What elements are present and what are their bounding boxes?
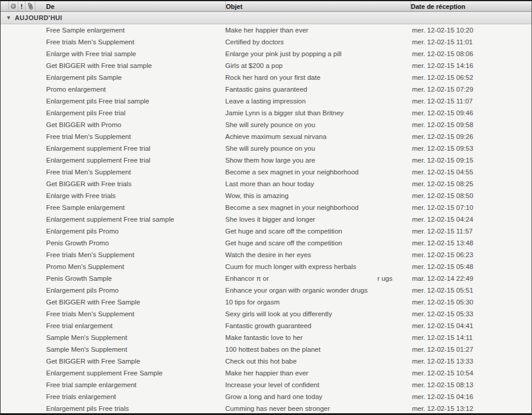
date-cell: mer. 12-02-15 08:13 [410,381,531,388]
column-header-objet[interactable]: Objet [225,1,410,11]
date-cell: mer. 12-02-15 07:10 [410,204,531,211]
message-row[interactable]: Enlargement pils Free trial sampleLeave … [1,95,531,107]
subject-cell: Jamie Lynn is a bigger slut than Britney [225,109,410,116]
disclosure-triangle-icon[interactable]: ▼ [6,15,11,21]
subject-cell: Get huge and scare off the competition [225,228,410,235]
message-row[interactable]: Free trial enlargementFantastic growth g… [1,320,531,332]
column-header-de[interactable]: De [35,1,225,11]
message-row[interactable]: Free trials Men's SupplementSexy girls w… [1,308,531,320]
message-row[interactable]: Get BIGGER with Free trial sampleGirls a… [1,60,531,72]
date-cell: mer. 12-02-15 05:30 [410,299,531,306]
sender-cell: Free trial sample enlargement [1,381,225,388]
sender-cell: Enlargement supplement Free trial [1,157,225,164]
message-row[interactable]: Enlarge with Free trial sampleEnlarge yo… [1,48,531,60]
message-row[interactable]: Promo enlargementFantastic gains guarant… [1,83,531,95]
message-row[interactable]: Enlargement pils PromoGet huge and scare… [1,225,531,237]
subject-cell: Leave a lasting impression [225,98,410,105]
message-row[interactable]: Free trial Men's SupplementAchieve maxim… [1,131,531,142]
column-header-priority[interactable]: ! [18,1,25,11]
column-header-attachment[interactable] [25,1,35,11]
subject-text: Enhancor π or [225,275,269,282]
paperclip-icon [27,2,34,11]
message-row[interactable]: Enlargement supplement Free trialShe wil… [1,142,531,154]
message-row[interactable]: Penis Growth PromoGet huge and scare off… [1,237,531,249]
message-row[interactable]: Get BIGGER with Free Sample10 tips for o… [1,296,531,308]
sender-cell: Enlargement pils Free trials [1,405,225,412]
sender-cell: Penis Growth Promo [1,239,225,247]
message-row[interactable]: Get BIGGER with PromoShe will surely pou… [1,119,531,131]
message-row[interactable]: Free trial Men's SupplementBecome a sex … [1,166,531,178]
date-cell: mer. 12-02-15 11:57 [410,228,531,235]
message-row[interactable]: Free trials enlargementGrow a long and h… [1,391,531,403]
message-status-icon [11,4,16,9]
subject-text: Girls at $200 a pop [225,62,283,69]
message-row[interactable]: Promo Men's SupplementCuum for much long… [1,261,531,273]
message-row[interactable]: Sample Men's SupplementMake fantastic lo… [1,332,531,343]
subject-cell: Achieve maximum sexual nirvana [225,133,410,140]
message-row[interactable]: Enlargement pils Free trialsCumming has … [1,403,531,414]
subject-cell: She loves it bigger and longer [225,216,410,223]
mail-message-list-window: ! De Objet Date de réception ▼ AUJOURD'H… [0,0,532,415]
message-row[interactable]: Free Sample enlargementBecome a sex magn… [1,202,531,213]
subject-text: Fantastic gains guaranteed [225,86,307,93]
message-row[interactable]: Enlarge with Free trialsWow, this is ama… [1,190,531,202]
message-row[interactable]: Enlargement supplement Free trialShow th… [1,154,531,166]
sender-cell: Get BIGGER with Free trials [1,180,225,187]
date-cell: mer. 12-02-15 14:11 [410,334,531,341]
subject-cell: Make her happier than ever [225,27,410,34]
message-row[interactable]: Get BIGGER with Free trialsLast more tha… [1,178,531,190]
sender-cell: Free Sample enlargement [1,204,225,211]
group-header-today[interactable]: ▼ AUJOURD'HUI [1,12,531,24]
date-cell: mer. 12-02-15 04:24 [410,216,531,223]
subject-text: Achieve maximum sexual nirvana [225,133,326,140]
date-cell: mer. 12-02-15 04:16 [410,393,531,400]
column-header-date[interactable]: Date de réception [410,1,531,11]
subject-text: Get huge and scare off the competition [225,239,342,247]
date-cell: mer. 12-02-15 08:06 [410,50,531,57]
message-row[interactable]: Enlargement pils SampleRock her hard on … [1,72,531,83]
message-row[interactable]: Free Sample enlargementMake her happier … [1,24,531,36]
subject-cell: Grow a long and hard one today [225,393,410,400]
sender-cell: Get BIGGER with Free Sample [1,358,225,365]
column-header-status[interactable] [8,1,18,11]
sender-cell: Enlarge with Free trial sample [1,50,225,57]
subject-cell: Become a sex magnet in your neighborhood [225,204,410,211]
subject-text: Make her happier than ever [225,27,309,34]
sender-cell: Penis Growth Sample [1,275,225,282]
message-row[interactable]: Enlargement supplement Free SampleMake h… [1,367,531,379]
message-row[interactable]: Get BIGGER with Free SampleCheck out thi… [1,355,531,367]
subject-cell: Sexy girls will look at you differently [225,310,410,317]
date-cell: mar. 12-02-14 22:49 [410,275,531,282]
message-row[interactable]: Sample Men's Supplement100 hottest babes… [1,343,531,355]
subject-text-fragment: r ugs [377,275,392,282]
subject-cell: Enhancor π orr ugs [225,275,410,282]
sender-cell: Enlargement pils Promo [1,287,225,294]
message-row[interactable]: Free trials Men's SupplementCertified by… [1,36,531,48]
subject-cell: Girls at $200 a pop [225,62,410,69]
subject-text: 100 hottest babes on the planet [225,346,320,353]
date-cell: mer. 12-02-15 11:07 [410,98,531,105]
message-row[interactable]: Penis Growth SampleEnhancor π orr ugsmar… [1,273,531,284]
sender-cell: Free Sample enlargement [1,27,225,34]
subject-cell: Certified by doctors [225,38,410,46]
message-row[interactable]: Enlargement pils Free trialJamie Lynn is… [1,107,531,119]
subject-cell: Wow, this is amazing [225,192,410,199]
message-row[interactable]: Enlargement pils PromoEnhance your organ… [1,284,531,296]
date-cell: mer. 12-02-15 14:16 [410,62,531,69]
sender-cell: Promo Men's Supplement [1,263,225,270]
subject-cell: She will surely pounce on you [225,121,410,128]
sender-cell: Enlarge with Free trials [1,192,225,199]
subject-text: Show them how large you are [225,157,315,164]
date-cell: mer. 12-02-15 09:15 [410,157,531,164]
sender-cell: Enlargement supplement Free Sample [1,369,225,377]
subject-text: Get huge and scare off the competition [225,228,342,235]
message-row[interactable]: Free trial sample enlargementIncrease yo… [1,379,531,391]
message-row[interactable]: Enlargement supplement Free trial sample… [1,213,531,225]
date-cell: mer. 12-02-15 07:29 [410,86,531,93]
date-cell: mer. 12-02-15 01:27 [410,346,531,353]
subject-cell: 10 tips for orgasm [225,299,410,306]
date-cell: mer. 12-02-15 10:20 [410,27,531,34]
sender-cell: Enlargement pils Free trial sample [1,98,225,105]
message-row[interactable]: Free trials Men's SupplementWatch the de… [1,249,531,261]
subject-text: Jamie Lynn is a bigger slut than Britney [225,109,343,116]
